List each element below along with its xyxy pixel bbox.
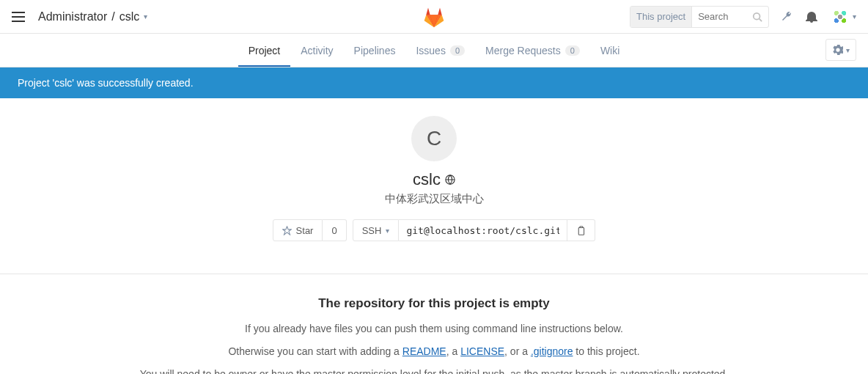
gitlab-logo-icon[interactable] <box>421 4 447 30</box>
chevron-down-icon: ▾ <box>853 12 856 21</box>
hamburger-menu-icon[interactable] <box>12 12 25 22</box>
clone-group: SSH ▾ <box>353 219 596 241</box>
svg-line-1 <box>760 18 762 21</box>
license-link[interactable]: LICENSE <box>460 345 504 357</box>
top-header: Administrator / cslc ▾ This project <box>0 0 868 34</box>
copy-url-button[interactable] <box>567 219 595 241</box>
chevron-down-icon: ▾ <box>386 227 389 235</box>
breadcrumb: Administrator / cslc ▾ <box>38 10 147 23</box>
breadcrumb-separator: / <box>111 10 114 23</box>
clone-protocol-label: SSH <box>362 225 382 236</box>
project-home-panel: C cslc 中体彩武汉区域中心 Star 0 SSH ▾ <box>0 98 868 256</box>
gear-icon <box>833 45 843 55</box>
tab-pipelines[interactable]: Pipelines <box>344 34 406 67</box>
tab-activity[interactable]: Activity <box>290 34 343 67</box>
clone-url-input[interactable] <box>399 219 567 241</box>
chevron-down-icon: ▾ <box>846 46 850 54</box>
search-icon[interactable] <box>752 12 768 22</box>
wrench-icon[interactable] <box>781 11 794 23</box>
clone-protocol-dropdown[interactable]: SSH ▾ <box>353 219 400 241</box>
project-title: cslc <box>413 170 455 189</box>
project-action-row: Star 0 SSH ▾ <box>0 219 868 241</box>
gitignore-link[interactable]: .gitignore <box>531 345 573 357</box>
star-count[interactable]: 0 <box>323 219 346 241</box>
empty-line-addfiles: Otherwise you can start with adding a RE… <box>29 344 839 359</box>
tab-issues[interactable]: Issues 0 <box>405 34 475 67</box>
tab-mr-label: Merge Requests <box>485 45 561 56</box>
tab-project[interactable]: Project <box>238 34 291 67</box>
flash-success-message: Project 'cslc' was successfully created. <box>0 67 868 98</box>
globe-icon <box>445 175 455 185</box>
project-avatar: C <box>411 116 457 161</box>
user-menu[interactable]: ▾ <box>831 7 856 26</box>
breadcrumb-project-link[interactable]: cslc <box>119 10 140 23</box>
readme-link[interactable]: README <box>402 345 446 357</box>
project-name: cslc <box>413 170 441 189</box>
project-nav-tabs: Project Activity Pipelines Issues 0 Merg… <box>0 34 868 67</box>
tab-wiki[interactable]: Wiki <box>590 34 630 67</box>
star-button-group: Star 0 <box>273 219 347 241</box>
breadcrumb-owner-link[interactable]: Administrator <box>38 10 107 23</box>
search-input[interactable] <box>692 11 752 22</box>
bell-icon[interactable] <box>806 11 819 23</box>
search-scope-label[interactable]: This project <box>630 7 692 27</box>
user-avatar-icon <box>831 7 850 26</box>
mr-count-badge: 0 <box>565 45 580 56</box>
empty-heading: The repository for this project is empty <box>29 296 839 311</box>
project-settings-dropdown[interactable]: ▾ <box>825 39 856 61</box>
tab-merge-requests[interactable]: Merge Requests 0 <box>475 34 590 67</box>
tab-issues-label: Issues <box>416 45 445 56</box>
header-right-group: This project ▾ <box>630 6 856 28</box>
chevron-down-icon[interactable]: ▾ <box>144 12 147 21</box>
star-icon <box>282 226 292 235</box>
svg-rect-3 <box>579 227 584 235</box>
empty-line-push: If you already have files you can push t… <box>29 321 839 337</box>
empty-repo-section: The repository for this project is empty… <box>0 274 868 374</box>
star-label: Star <box>296 225 314 236</box>
clipboard-icon <box>576 226 586 235</box>
search-box: This project <box>630 6 769 28</box>
star-button[interactable]: Star <box>273 219 323 241</box>
svg-point-0 <box>754 12 760 19</box>
empty-line-permission: You will need to be owner or have the ma… <box>29 367 839 374</box>
project-description: 中体彩武汉区域中心 <box>0 192 868 206</box>
issues-count-badge: 0 <box>450 45 465 56</box>
